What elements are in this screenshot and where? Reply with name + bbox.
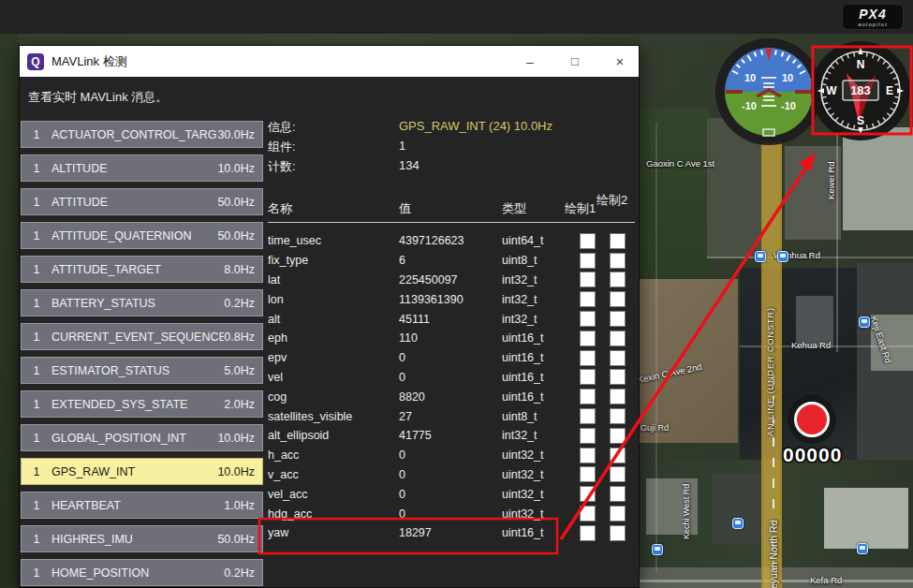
plot2-checkbox[interactable] bbox=[610, 525, 626, 541]
map-label: Kefa Rd bbox=[810, 575, 842, 585]
close-button[interactable]: × bbox=[604, 46, 636, 77]
maximize-button[interactable]: □ bbox=[559, 46, 591, 77]
field-type: uint16_t bbox=[502, 390, 580, 404]
vehicle-position-marker bbox=[794, 402, 830, 437]
plot2-checkbox[interactable] bbox=[610, 408, 626, 424]
pitch-label: -10 bbox=[781, 100, 796, 111]
list-item-battery-status[interactable]: 1BATTERY_STATUS0.2Hz bbox=[21, 289, 263, 316]
plot2-checkbox[interactable] bbox=[610, 448, 626, 463]
field-name: lat bbox=[268, 273, 399, 287]
plot1-checkbox[interactable] bbox=[580, 466, 596, 482]
plot1-checkbox[interactable] bbox=[580, 448, 596, 463]
plot2-checkbox[interactable] bbox=[610, 331, 626, 346]
plot2-checkbox[interactable] bbox=[610, 350, 626, 366]
field-table: time_usec4397126623uint64_t fix_type6uin… bbox=[268, 231, 635, 543]
plot1-checkbox[interactable] bbox=[580, 253, 596, 269]
item-seq: 1 bbox=[22, 533, 52, 546]
list-item-extended-sys-state[interactable]: 1EXTENDED_SYS_STATE2.0Hz bbox=[21, 390, 263, 418]
plot2-checkbox[interactable] bbox=[610, 486, 626, 502]
plot1-checkbox[interactable] bbox=[580, 350, 596, 366]
field-name: fix_type bbox=[268, 254, 399, 267]
flight-counter: 00000 bbox=[783, 444, 842, 466]
list-item-attitude-target[interactable]: 1ATTITUDE_TARGET8.0Hz bbox=[21, 256, 263, 283]
count-value: 134 bbox=[399, 158, 420, 172]
plot2-checkbox[interactable] bbox=[610, 311, 626, 327]
list-item-attitude-quaternion[interactable]: 1ATTITUDE_QUATERNION50.0Hz bbox=[21, 222, 263, 249]
item-seq: 1 bbox=[22, 229, 52, 243]
field-value: 0 bbox=[399, 371, 502, 384]
item-seq: 1 bbox=[22, 196, 52, 209]
px4-autopilot-logo: PX4 autopilot bbox=[842, 4, 904, 30]
field-value: 45111 bbox=[399, 313, 502, 326]
list-item-home-position[interactable]: 1HOME_POSITION0.2Hz bbox=[21, 559, 263, 586]
list-item-attitude[interactable]: 1ATTITUDE50.0Hz bbox=[21, 188, 263, 215]
plot1-checkbox[interactable] bbox=[580, 408, 596, 424]
table-row-epv: epv0uint16_t bbox=[268, 348, 635, 368]
px4-logo-subtext: autopilot bbox=[858, 22, 888, 27]
list-item-heartbeat[interactable]: 1HEARTBEAT1.0Hz bbox=[21, 492, 263, 519]
list-item-estimator-status[interactable]: 1ESTIMATOR_STATUS5.0Hz bbox=[21, 357, 263, 384]
field-name: h_acc bbox=[268, 448, 399, 462]
table-row-fix-type: fix_type6uint8_t bbox=[268, 251, 635, 271]
road-line bbox=[836, 123, 838, 352]
item-name: EXTENDED_SYS_STATE bbox=[52, 398, 224, 411]
plot2-checkbox[interactable] bbox=[610, 506, 626, 522]
plot2-checkbox[interactable] bbox=[610, 233, 626, 249]
field-value: 0 bbox=[399, 468, 502, 481]
item-name: HEARTBEAT bbox=[52, 499, 224, 512]
cardinal-n: N bbox=[857, 58, 865, 71]
compass-indicator[interactable]: N E S W 183 bbox=[809, 39, 912, 142]
item-freq: 0.2Hz bbox=[224, 566, 255, 580]
plot1-checkbox[interactable] bbox=[580, 233, 596, 249]
plot2-checkbox[interactable] bbox=[610, 369, 626, 385]
table-row-h-acc: h_acc0uint32_t bbox=[268, 446, 635, 465]
heading-value: 183 bbox=[850, 83, 871, 97]
header-value: 值 bbox=[399, 200, 411, 217]
info-message-value: GPS_RAW_INT (24) 10.0Hz bbox=[399, 119, 552, 133]
screenshot-root: { "topbar": { "logo_line1": "PX4", "logo… bbox=[0, 0, 913, 588]
plot2-checkbox[interactable] bbox=[610, 272, 626, 287]
field-name: cog bbox=[268, 390, 399, 404]
plot1-checkbox[interactable] bbox=[580, 331, 596, 346]
plot1-checkbox[interactable] bbox=[580, 428, 596, 444]
field-name: yaw bbox=[268, 526, 399, 539]
plot2-checkbox[interactable] bbox=[610, 253, 626, 269]
cardinal-s: S bbox=[857, 114, 864, 127]
table-row-cog: cog8820uint16_t bbox=[268, 387, 635, 406]
table-row-vel-acc: vel_acc0uint32_t bbox=[268, 484, 635, 504]
list-item-current-event-sequence[interactable]: 1CURRENT_EVENT_SEQUENCE0.8Hz bbox=[21, 323, 263, 350]
component-label: 组件: bbox=[268, 139, 296, 155]
cardinal-w: W bbox=[826, 84, 837, 97]
field-value: 0 bbox=[399, 488, 502, 501]
item-seq: 1 bbox=[22, 128, 52, 141]
plot1-checkbox[interactable] bbox=[580, 389, 596, 404]
attitude-indicator[interactable]: 10 10 -10 -10 bbox=[713, 36, 825, 148]
plot1-checkbox[interactable] bbox=[580, 311, 596, 327]
list-item-highres-imu[interactable]: 1HIGHRES_IMU50.0Hz bbox=[21, 525, 263, 552]
plot1-checkbox[interactable] bbox=[580, 525, 596, 541]
map-label: Guji Rd bbox=[641, 423, 669, 433]
field-name: vel_acc bbox=[268, 488, 399, 501]
field-type: uint16_t bbox=[502, 371, 580, 384]
plot1-checkbox[interactable] bbox=[580, 272, 596, 287]
plot2-checkbox[interactable] bbox=[610, 428, 626, 444]
item-freq: 5.0Hz bbox=[224, 364, 255, 377]
plot2-checkbox[interactable] bbox=[610, 291, 626, 307]
map-construction bbox=[640, 279, 738, 443]
field-type: uint32_t bbox=[502, 488, 580, 501]
plot1-checkbox[interactable] bbox=[580, 369, 596, 385]
list-item-global-position-int[interactable]: 1GLOBAL_POSITION_INT10.0Hz bbox=[21, 424, 263, 451]
pitch-label: 10 bbox=[744, 72, 756, 83]
plot2-checkbox[interactable] bbox=[610, 466, 626, 482]
field-value: 225450097 bbox=[399, 273, 502, 287]
plot1-checkbox[interactable] bbox=[580, 486, 596, 502]
plot2-checkbox[interactable] bbox=[610, 389, 626, 404]
minimize-button[interactable]: – bbox=[514, 46, 546, 77]
window-titlebar[interactable]: Q MAVLink 检测 – □ × bbox=[20, 46, 639, 77]
plot1-checkbox[interactable] bbox=[580, 291, 596, 307]
plot1-checkbox[interactable] bbox=[580, 506, 596, 522]
field-value: 1139361390 bbox=[399, 293, 502, 306]
list-item-actuator-control-target[interactable]: 1ACTUATOR_CONTROL_TARGET30.0Hz bbox=[21, 121, 263, 148]
list-item-altitude[interactable]: 1ALTITUDE10.0Hz bbox=[21, 154, 263, 182]
list-item-gps-raw-int-selected[interactable]: 1GPS_RAW_INT10.0Hz bbox=[21, 458, 263, 485]
